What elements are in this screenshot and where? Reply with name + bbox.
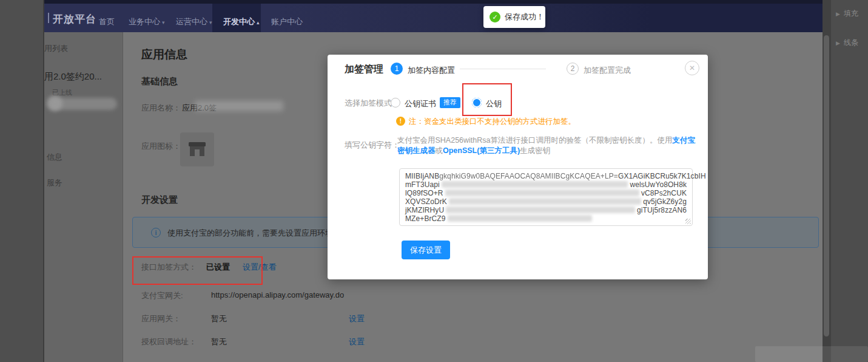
nav-item-business[interactable]: 业务中心▾ xyxy=(129,16,165,27)
nav-item-operation[interactable]: 运营中心▾ xyxy=(176,16,212,27)
close-icon[interactable]: ✕ xyxy=(685,61,699,75)
warning-icon: ! xyxy=(396,117,405,126)
caret-up-icon: ▴ xyxy=(257,19,260,26)
step-1-label: 加签内容配置 xyxy=(408,65,455,76)
sidebar-item-service[interactable]: 服务 xyxy=(47,177,62,188)
key-line: jKMZIRHyUgiTUj5r8zzAN6 xyxy=(405,206,687,214)
key-line: lQ89fSO+RvC8Ps2hCUK xyxy=(405,189,687,197)
option-public-key-cert[interactable]: 公钥证书 xyxy=(405,98,436,109)
gateway-value: https://openapi.alipay.com/gateway.do xyxy=(211,290,344,299)
callback-setting-link[interactable]: 设置 xyxy=(349,336,365,347)
app-name-label: 应用名称： xyxy=(141,103,181,114)
triangle-right-icon: ▶ xyxy=(836,11,840,17)
tool-item-line[interactable]: ▶线条 xyxy=(836,38,858,48)
step-1-circle: 1 xyxy=(391,63,403,75)
scrollbar-thumb[interactable] xyxy=(824,35,829,336)
redacted-app-name xyxy=(195,101,283,111)
key-line: MZe+BrCZ9 xyxy=(405,214,687,223)
openssl-link[interactable]: OpenSSL(第三方工具) xyxy=(443,146,520,155)
sign-management-modal: 加签管理 1 加签内容配置 2 加签配置完成 ✕ 选择加签模式： 公钥证书 推荐… xyxy=(328,55,708,279)
nav-item-account[interactable]: 账户中心 xyxy=(271,16,303,27)
browser-scrollbar xyxy=(823,0,831,362)
public-key-textarea[interactable]: MIIBIjANBgkqhkiG9w0BAQEFAAOCAQ8AMIIBCgKC… xyxy=(399,168,693,226)
step-2-circle: 2 xyxy=(567,63,579,75)
resize-handle-icon[interactable] xyxy=(685,219,691,224)
modal-title: 加签管理 xyxy=(345,63,383,76)
triangle-right-icon: ▶ xyxy=(836,40,840,46)
tool-bottom-box xyxy=(755,346,868,362)
gateway-label: 支付宝网关: xyxy=(141,290,183,301)
tool-item-fill[interactable]: ▶填充 xyxy=(836,9,858,19)
key-line: XQVSZoDrKqv5jGkZ6y2g xyxy=(405,197,687,206)
section-dev-settings: 开发设置 xyxy=(141,194,178,206)
check-icon: ✓ xyxy=(490,12,500,22)
toast-text: 保存成功！ xyxy=(505,12,544,22)
save-settings-button[interactable]: 保存设置 xyxy=(402,241,450,259)
redacted-key-segment xyxy=(445,190,639,196)
callback-label: 授权回调地址： xyxy=(141,336,197,347)
nav-item-home[interactable]: 首页 xyxy=(99,16,115,27)
annotation-box-public-key-option xyxy=(462,83,512,116)
step-2-label: 加签配置完成 xyxy=(584,65,631,76)
public-key-help: 支付宝会用SHA256withRsa算法进行接口调用时的验签（不限制密钥长度）。… xyxy=(397,135,696,156)
step-connector xyxy=(460,69,546,69)
app-gateway-label: 应用网关： xyxy=(141,313,181,324)
info-icon: i xyxy=(151,228,161,237)
redacted-key-segment xyxy=(448,215,592,222)
tool-left-strip xyxy=(0,0,44,362)
top-navbar: 开放平台 首页 业务中心▾ 运营中心▾ 开发中心▴ 账户中心 xyxy=(44,4,823,32)
public-key-label: 填写公钥字符： xyxy=(345,140,400,151)
recommend-badge: 推荐 xyxy=(440,97,460,108)
app-icon xyxy=(180,132,214,166)
tool-right-panel: ▶填充 ▶线条 xyxy=(831,0,868,362)
warning-text: 注：资金支出类接口不支持公钥的方式进行加签。 xyxy=(409,117,576,127)
sidebar-app-name: 应用2.0签约20... xyxy=(44,71,102,83)
app-gateway-value: 暂无 xyxy=(211,313,227,324)
caret-down-icon: ▾ xyxy=(162,19,165,26)
app-gateway-setting-link[interactable]: 设置 xyxy=(349,313,365,324)
sidebar: 应用列表 应用2.0签约20... 已上线 信息 服务 xyxy=(44,32,123,362)
callback-value: 暂无 xyxy=(211,336,227,347)
section-basic-info: 基础信息 xyxy=(141,76,178,87)
caret-down-icon: ▾ xyxy=(209,19,212,26)
page-title: 应用信息 xyxy=(141,47,187,63)
logo-divider xyxy=(48,13,49,23)
sidebar-back-app-list[interactable]: 应用列表 xyxy=(44,43,68,54)
radio-public-key-cert[interactable] xyxy=(391,98,400,108)
store-icon xyxy=(188,141,206,158)
nav-item-develop[interactable]: 开发中心▴ xyxy=(223,16,260,27)
key-line: mFT3UapiwelsUwYo8OH8k xyxy=(405,180,687,189)
key-line: MIIBIjANBgkqhkiG9w0BAQEFAAOCAQ8AMIIBCgKC… xyxy=(405,172,687,180)
save-success-toast: ✓ 保存成功！ xyxy=(483,6,545,28)
redacted-key-segment xyxy=(442,181,628,188)
sidebar-item-info[interactable]: 信息 xyxy=(47,152,62,163)
screenshot-stage: 开放平台 首页 业务中心▾ 运营中心▾ 开发中心▴ 账户中心 应用列表 应用2.… xyxy=(0,0,868,362)
redacted-key-segment xyxy=(449,198,641,205)
platform-logo: 开放平台 xyxy=(53,12,96,26)
redacted-app-id xyxy=(49,98,117,110)
app-icon-label: 应用图标： xyxy=(141,141,181,152)
annotation-box-sign-mode-row xyxy=(132,256,263,285)
banner-text: 使用支付宝的部分功能前，需要先设置应用环境， xyxy=(167,228,341,237)
redacted-key-segment xyxy=(446,207,635,213)
